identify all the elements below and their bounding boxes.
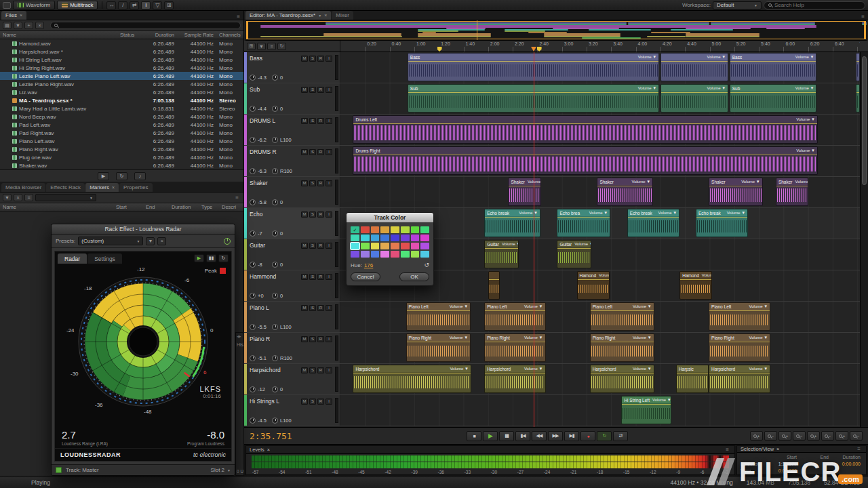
arm-record-button[interactable]: R: [317, 180, 324, 186]
pan-knob[interactable]: [272, 106, 278, 112]
marker-type-select[interactable]: ▼: [35, 194, 96, 201]
audio-clip[interactable]: GuitarVolume ▼: [484, 240, 519, 268]
audio-clip[interactable]: Volume ▼: [660, 53, 728, 81]
color-swatch[interactable]: [391, 251, 399, 258]
tab-editor[interactable]: Editor: MA - Teardrop.sesx*▼×: [245, 11, 331, 20]
track-name[interactable]: Echo: [250, 211, 300, 218]
volume-knob[interactable]: [250, 75, 256, 81]
clip-volume-label[interactable]: Volume ▼: [702, 273, 712, 277]
file-row[interactable]: Pad Right.wav6:26.48944100 HzMono: [0, 129, 243, 137]
color-swatch[interactable]: [391, 226, 399, 233]
file-row[interactable]: Liz.wav6:26.48944100 HzMono: [0, 88, 243, 96]
pan-knob[interactable]: [272, 386, 278, 392]
audio-clip[interactable]: Volume ▼: [660, 84, 728, 113]
delete-file-icon[interactable]: ×: [35, 22, 44, 29]
panel-menu-icon[interactable]: ≡: [861, 14, 867, 20]
audio-clip[interactable]: SubVolume ▼: [730, 84, 817, 113]
pan-value[interactable]: R100: [280, 168, 292, 174]
tab-properties[interactable]: Properties: [119, 183, 152, 192]
color-swatch[interactable]: [351, 243, 359, 249]
solo-button[interactable]: S: [309, 149, 316, 155]
selection-row[interactable]: Selection 1:18.077 0:00.000: [741, 460, 863, 467]
track-name[interactable]: Hi Strings L: [250, 398, 300, 405]
clip-volume-label[interactable]: Volume ▼: [796, 148, 815, 152]
new-file-icon[interactable]: +: [24, 22, 33, 29]
import-file-icon[interactable]: ▼: [14, 22, 22, 29]
track-header[interactable]: EchoMSRI-70: [244, 208, 340, 239]
zoom-out-time-button[interactable]: +: [778, 431, 791, 441]
color-swatch[interactable]: [411, 235, 420, 241]
timeline-marker-icon[interactable]: [437, 47, 442, 52]
clip-volume-label[interactable]: Volume ▼: [502, 242, 518, 246]
close-icon[interactable]: ×: [20, 13, 22, 18]
clip-volume-label[interactable]: Volume ▼: [589, 211, 608, 215]
tab-mixer[interactable]: Mixer: [332, 11, 353, 20]
solo-button[interactable]: S: [309, 118, 316, 124]
clip-volume-label[interactable]: Volume ▼: [795, 86, 814, 90]
clip-volume-label[interactable]: Volume ▼: [707, 86, 726, 90]
color-swatch[interactable]: [411, 243, 420, 249]
arm-record-button[interactable]: R: [317, 399, 324, 405]
clip-volume-label[interactable]: Volume ▼: [524, 367, 543, 371]
solo-button[interactable]: S: [309, 243, 316, 249]
color-swatch[interactable]: [371, 235, 380, 241]
arm-record-button[interactable]: R: [317, 243, 324, 249]
clip-volume-label[interactable]: Volume ▼: [749, 304, 768, 308]
solo-button[interactable]: S: [309, 180, 316, 186]
close-icon[interactable]: ×: [776, 446, 779, 452]
track-name[interactable]: DRUMS L: [250, 117, 300, 124]
session-overview[interactable]: [245, 20, 867, 41]
monitor-input-button[interactable]: I: [326, 243, 332, 249]
audio-clip[interactable]: GuitarVolume ▼: [557, 240, 591, 268]
fast-forward-button[interactable]: ▶▶: [548, 431, 563, 441]
audio-clip[interactable]: ShakerVolume ▼: [508, 178, 540, 206]
pan-knob[interactable]: [272, 75, 278, 81]
arm-record-button[interactable]: R: [317, 87, 324, 93]
audio-clip[interactable]: Harpsic: [676, 365, 709, 393]
open-file-icon[interactable]: ▤: [3, 22, 12, 29]
monitor-input-button[interactable]: I: [326, 180, 332, 186]
help-search-input[interactable]: Search Help: [764, 1, 865, 9]
selection-start-value[interactable]: 1:18.077: [765, 462, 797, 466]
solo-button[interactable]: S: [309, 336, 316, 342]
track-name[interactable]: Guitar: [250, 242, 300, 249]
volume-knob[interactable]: [250, 199, 256, 205]
close-icon[interactable]: ×: [267, 447, 270, 453]
clip-volume-label[interactable]: Volume ▼: [633, 304, 652, 308]
pan-knob[interactable]: [272, 293, 278, 299]
zoom-in-vertical-button[interactable]: −: [793, 431, 806, 441]
clip-volume-label[interactable]: Volume ▼: [450, 304, 469, 308]
pan-knob[interactable]: [272, 168, 278, 174]
clip-volume-label[interactable]: Volume ▼: [795, 55, 814, 59]
mute-button[interactable]: M: [301, 274, 308, 280]
pause-button[interactable]: ▮▮: [499, 431, 514, 441]
panel-menu-icon[interactable]: ≡: [726, 447, 731, 453]
volume-value[interactable]: +0: [258, 293, 270, 299]
volume-knob[interactable]: [250, 137, 256, 143]
mute-button[interactable]: M: [301, 336, 308, 342]
clip-volume-label[interactable]: Volume ▼: [652, 398, 671, 402]
tab-media-browser[interactable]: Media Browser: [1, 183, 45, 192]
volume-knob[interactable]: [250, 230, 256, 237]
solo-button[interactable]: S: [309, 211, 316, 218]
skip-selection-button[interactable]: ⇄: [613, 431, 628, 441]
mute-button[interactable]: M: [301, 367, 308, 373]
monitor-input-button[interactable]: I: [326, 118, 332, 124]
monitor-input-button[interactable]: I: [326, 305, 332, 311]
snap-toggle-icon[interactable]: ⊞: [247, 43, 256, 50]
close-icon[interactable]: ×: [112, 185, 115, 190]
arm-record-button[interactable]: R: [317, 367, 324, 373]
view-start-value[interactable]: 0:00.000: [765, 468, 797, 473]
track-lane[interactable]: Drums LeftVolume ▼: [340, 115, 860, 145]
track-name[interactable]: Shaker: [250, 180, 300, 186]
track-header[interactable]: Piano LMSRI-5.5L100: [244, 302, 340, 332]
dialog-title[interactable]: Track Color: [347, 213, 433, 222]
pan-value[interactable]: 0: [280, 230, 292, 237]
clip-volume-label[interactable]: Volume ▼: [599, 273, 609, 277]
file-row[interactable]: Lezlie Piano Right.wav6:26.48944100 HzMo…: [0, 80, 243, 88]
file-row[interactable]: Harpsichord.wav *6:26.48944100 HzMono: [0, 47, 243, 56]
clip-volume-label[interactable]: Volume ▼: [524, 304, 543, 308]
arm-record-button[interactable]: R: [317, 336, 324, 342]
color-swatch[interactable]: [420, 226, 429, 233]
mute-button[interactable]: M: [301, 87, 308, 93]
